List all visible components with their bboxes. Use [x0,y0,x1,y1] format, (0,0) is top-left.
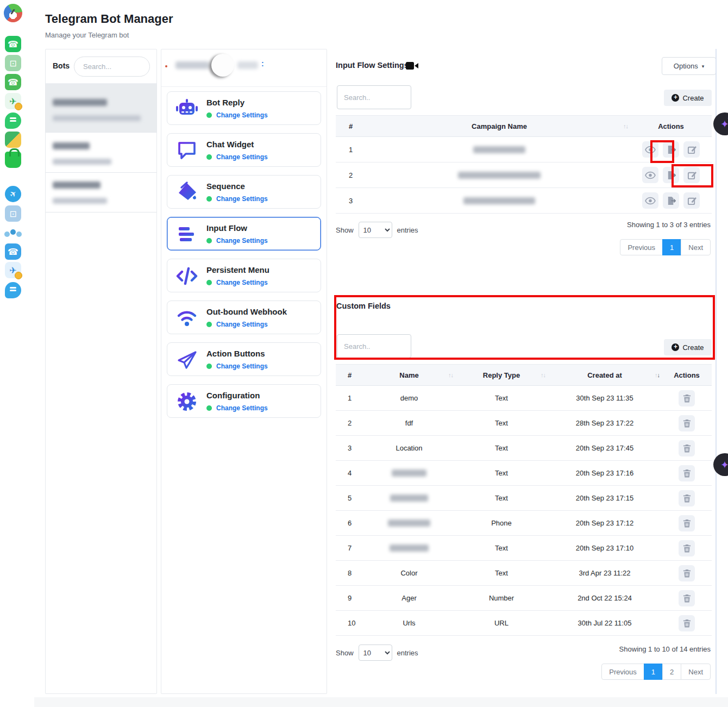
change-settings-link[interactable]: Change Settings [216,321,268,328]
export-button[interactable] [663,192,679,209]
card-bot-reply[interactable]: Bot Reply Change Settings [167,91,321,125]
bots-panel: Bots [45,49,157,694]
page-button[interactable]: 1 [644,664,663,680]
chat-bubble-icon[interactable] [5,112,21,129]
col-created-at[interactable]: Created at ↑↓ [548,371,662,379]
page-title: Telegram Bot Manager [45,12,173,26]
video-camera-icon[interactable] [406,61,419,70]
shop-bag-icon[interactable] [5,152,21,168]
sort-icon-desc[interactable]: ↑↓ [655,372,660,378]
audience-group-icon[interactable] [5,224,21,240]
col-campaign[interactable]: Campaign Name ↑↓ [368,122,630,130]
campaign-row: 1 [336,137,712,162]
delete-button[interactable] [679,415,695,431]
next-page-button[interactable]: Next [681,664,711,680]
card-persistent-menu[interactable]: Persistent Menu Change Settings [167,259,321,292]
status-green-dot [206,322,212,327]
delete-button[interactable] [679,440,695,456]
change-settings-link[interactable]: Change Settings [216,279,268,286]
card-chat-widget[interactable]: Chat Widget Change Settings [167,133,321,167]
page-size-select[interactable]: 10 [359,222,392,238]
sort-icon[interactable]: ↑↓ [541,372,545,378]
card-configuration[interactable]: Configuration Change Settings [167,384,321,418]
change-settings-link[interactable]: Change Settings [216,195,268,203]
change-settings-link[interactable]: Change Settings [216,153,268,161]
delete-button[interactable] [679,590,695,606]
robot-assistant-blue-icon[interactable]: ⊡ [5,205,21,222]
phone-contacts-blue-icon[interactable]: ☎ [5,243,21,260]
view-button[interactable] [642,141,658,158]
phone-contacts-icon[interactable]: ☎ [5,74,21,90]
page-button[interactable]: 1 [662,239,681,255]
campaign-row: 3 [336,188,712,214]
card-outbound-webhook[interactable]: Out-bound Webhook Change Settings [167,301,321,334]
field-reply-type: Phone [455,519,548,527]
page-button[interactable]: 2 [662,664,681,680]
trash-icon [683,419,691,428]
page-size-select[interactable]: 10 [359,645,392,661]
page-size-control: Show 10 entries [336,222,418,238]
export-button[interactable] [663,141,679,158]
bot-list-item[interactable] [46,133,156,173]
robot-assistant-icon[interactable]: ⊡ [5,55,21,71]
options-button[interactable]: Options ▾ [662,57,716,75]
delete-button[interactable] [679,515,695,531]
bottom-scrollbar-area[interactable] [34,697,728,707]
bot-list-item[interactable] [46,84,156,133]
speed-dashboard-icon[interactable] [4,4,22,22]
next-page-button[interactable]: Next [681,239,711,255]
bots-search-input[interactable] [74,57,150,77]
export-button[interactable] [663,167,679,183]
field-reply-type: Text [455,569,548,577]
field-created-at: 28th Sep 23 17:22 [548,419,662,427]
whatsapp-icon[interactable]: ☎ [5,36,21,52]
previous-page-button[interactable]: Previous [601,664,644,680]
menu-dots[interactable]: : [261,59,264,68]
telegram-icon[interactable]: ✈ [5,186,21,202]
col-num: # [336,122,368,130]
bot-username-redacted [53,159,111,165]
change-settings-link[interactable]: Change Settings [216,362,268,370]
custom-fields-search-input[interactable] [337,334,411,358]
previous-page-button[interactable]: Previous [620,239,663,255]
card-sequence[interactable]: Sequence Change Settings [167,175,321,209]
sort-icon[interactable]: ↑↓ [448,372,453,378]
col-created-at-label: Created at [587,371,622,379]
campaign-plane-icon[interactable]: ✈ [5,93,21,109]
field-name: Urls [403,619,415,627]
edit-button[interactable] [683,192,700,209]
edit-button[interactable] [683,167,700,183]
card-input-flow[interactable]: Input Flow Change Settings [167,217,321,251]
chat-bubble-blue-icon[interactable] [5,282,21,298]
campaign-plane-blue-icon[interactable]: ✈ [5,262,21,278]
delete-button[interactable] [679,565,695,581]
view-button[interactable] [642,167,658,183]
sort-icon[interactable]: ↑↓ [623,123,628,129]
view-button[interactable] [642,192,658,209]
custom-field-row: 7 Text 20th Sep 23 17:10 [336,536,712,561]
delete-button[interactable] [679,540,695,556]
change-settings-link[interactable]: Change Settings [216,404,268,412]
delete-button[interactable] [679,465,695,481]
delete-button[interactable] [679,490,695,506]
delete-button[interactable] [679,390,695,406]
edit-button[interactable] [683,141,700,158]
input-flow-create-button[interactable]: + Create [664,90,712,106]
col-reply-type[interactable]: Reply Type ↑↓ [455,371,548,379]
input-flow-settings-panel: Input Flow Settings Options ▾ + Create #… [332,49,716,694]
custom-fields-create-button[interactable]: + Create [664,339,712,355]
integrations-puzzle-icon[interactable] [5,132,21,148]
bot-list-item[interactable] [46,173,156,212]
col-name[interactable]: Name ↑↓ [363,371,455,379]
scrollbar-track[interactable] [716,49,717,694]
change-settings-link[interactable]: Change Settings [216,237,268,245]
input-flow-search-input[interactable] [337,85,411,109]
card-action-buttons[interactable]: Action Buttons Change Settings [167,342,321,376]
change-settings-link[interactable]: Change Settings [216,111,268,119]
row-num: 6 [336,519,363,527]
bots-panel-header: Bots [46,49,156,84]
delete-button[interactable] [679,615,695,631]
field-created-at: 30th Jul 22 11:05 [548,619,662,627]
col-num: # [336,371,363,379]
file-export-icon [667,196,676,205]
